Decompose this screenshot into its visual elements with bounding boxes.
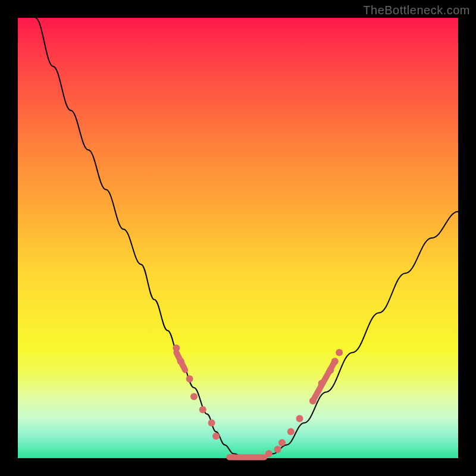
chart-marker [212,433,220,440]
chart-marker [296,415,303,422]
chart-svg [18,18,458,458]
chart-marker [278,439,286,446]
chart-marker [274,446,281,453]
curve-group [36,18,458,458]
chart-marker [199,406,206,414]
chart-marker-band [313,361,335,401]
marker-group [173,345,343,458]
chart-plot-area [18,18,458,458]
chart-marker [336,349,343,356]
chart-marker [208,419,215,427]
chart-marker [287,428,295,436]
chart-marker-band [176,352,185,370]
chart-marker [186,375,193,383]
watermark-text: TheBottleneck.com [363,4,470,17]
bottleneck-curve [36,18,458,458]
chart-marker [190,393,198,400]
